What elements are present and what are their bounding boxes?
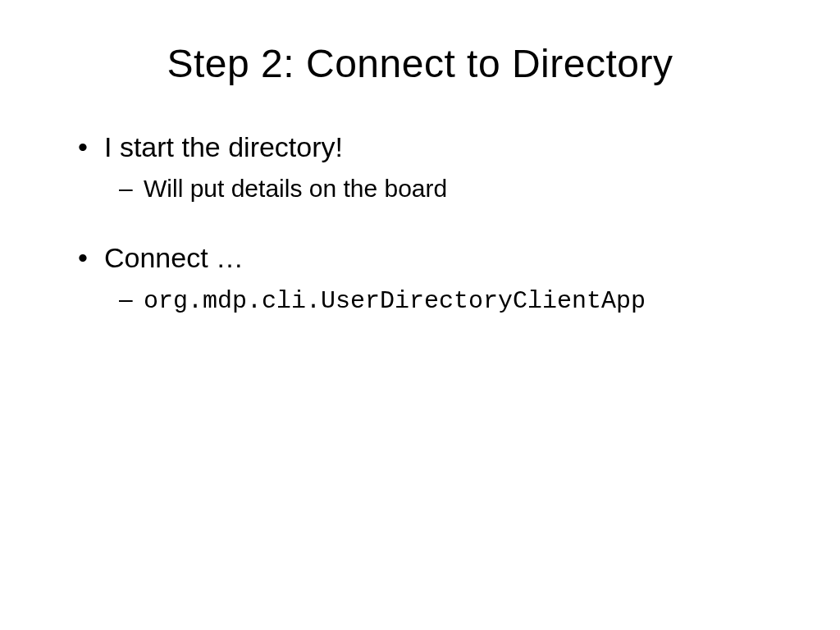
sub-bullet-text: Will put details on the board bbox=[144, 175, 447, 202]
list-item: Connect … org.mdp.cli.UserDirectoryClien… bbox=[78, 242, 783, 315]
sub-bullet-text-code: org.mdp.cli.UserDirectoryClientApp bbox=[144, 287, 646, 315]
list-item: Will put details on the board bbox=[104, 175, 783, 203]
slide-title: Step 2: Connect to Directory bbox=[57, 41, 783, 86]
bullet-text: Connect … bbox=[104, 242, 244, 273]
sub-bullet-list: Will put details on the board bbox=[104, 175, 783, 203]
list-item: I start the directory! Will put details … bbox=[78, 131, 783, 203]
bullet-list: I start the directory! Will put details … bbox=[78, 131, 783, 315]
slide: Step 2: Connect to Directory I start the… bbox=[0, 0, 840, 630]
bullet-text: I start the directory! bbox=[104, 131, 343, 162]
slide-content: I start the directory! Will put details … bbox=[57, 131, 783, 315]
list-item: org.mdp.cli.UserDirectoryClientApp bbox=[104, 285, 783, 315]
sub-bullet-list: org.mdp.cli.UserDirectoryClientApp bbox=[104, 285, 783, 315]
